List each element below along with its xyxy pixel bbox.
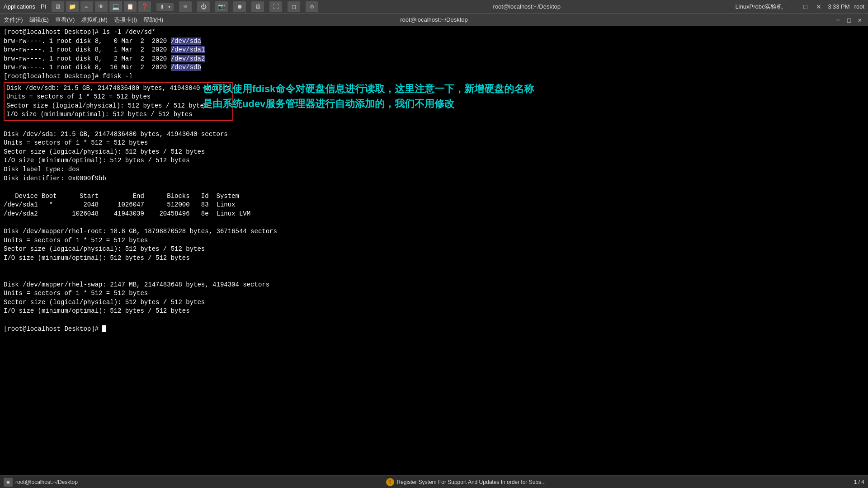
terminal-title-bar: 文件(F) 编辑(E) 查看(V) 虚拟机(M) 选项卡(I) 帮助(H) ro… <box>0 14 868 26</box>
line-rhel-swap-sector: Sector size (logical/physical): 512 byte… <box>4 298 864 307</box>
line-rhel-root-disk: Disk /dev/mapper/rhel-root: 18.8 GB, 187… <box>4 227 864 236</box>
top-bar-left: Applications Pl 🖥 📁 ✏ 👁 💻 📋 ❓ ⏸ ▾ ⌨ ⏻ 📷 … <box>4 1 318 12</box>
menu-vm[interactable]: 虚拟机(M) <box>81 16 108 24</box>
toolbar-icons: 🖥 📁 ✏ 👁 💻 📋 ❓ <box>52 1 151 12</box>
line-rhel-swap-units: Units = sectors of 1 * 512 = 512 bytes <box>4 289 864 298</box>
term-minimize-icon[interactable]: ─ <box>834 15 843 24</box>
line-ls-cmd: [root@localhost Desktop]# ls -l /dev/sd* <box>4 28 864 37</box>
line-rhel-swap-disk: Disk /dev/mapper/rhel-swap: 2147 MB, 214… <box>4 281 864 290</box>
terminal-menu: 文件(F) 编辑(E) 查看(V) 虚拟机(M) 选项卡(I) 帮助(H) <box>4 16 163 24</box>
blank6 <box>4 316 864 325</box>
line-sdb-sector: Sector size (logical/physical): 512 byte… <box>6 102 231 111</box>
blank4 <box>4 263 864 272</box>
fullscreen-icon[interactable]: ⛶ <box>269 1 282 12</box>
vm-icon[interactable]: 🖥 <box>52 1 64 12</box>
line-sda-label: Disk label type: dos <box>4 165 864 174</box>
line-rhel-swap-io: I/O size (minimum/optimal): 512 bytes / … <box>4 307 864 316</box>
line-sda-sector: Sector size (logical/physical): 512 byte… <box>4 148 864 157</box>
pause-button[interactable]: ⏸ ▾ <box>156 3 174 11</box>
applications-menu[interactable]: Applications <box>4 3 35 10</box>
vm-menu-icon[interactable]: 💻 <box>109 1 122 12</box>
line-sda-units: Units = sectors of 1 * 512 = 512 bytes <box>4 139 864 148</box>
window-title: root@localhost:~/Desktop <box>493 3 561 10</box>
line-sda-io: I/O size (minimum/optimal): 512 bytes / … <box>4 156 864 165</box>
terminal-title-text: root@localhost:~/Desktop <box>400 16 467 23</box>
page-info: 1 / 4 <box>854 479 864 485</box>
power-icon[interactable]: ⏻ <box>197 1 210 12</box>
edit-icon[interactable]: ✏ <box>80 1 93 12</box>
time-display: 3:33 PM <box>828 3 849 10</box>
view-icon[interactable]: 👁 <box>95 1 108 12</box>
blank5 <box>4 272 864 281</box>
top-bar-right: LinuxProbe实验机 ─ □ ✕ 3:33 PM root <box>735 2 864 11</box>
tab-icon[interactable]: 📋 <box>124 1 137 12</box>
file-icon[interactable]: 📁 <box>66 1 79 12</box>
blank1 <box>4 121 864 130</box>
line-rhel-root-units: Units = sectors of 1 * 512 = 512 bytes <box>4 236 864 245</box>
top-bar-center: root@localhost:~/Desktop <box>493 3 561 10</box>
record-icon[interactable]: ⏺ <box>233 1 246 12</box>
help-icon[interactable]: ❓ <box>138 1 151 12</box>
blank3 <box>4 218 864 227</box>
menu-help[interactable]: 帮助(H) <box>143 16 163 24</box>
term-maximize-icon[interactable]: □ <box>844 15 854 24</box>
menu-file[interactable]: 文件(F) <box>4 16 23 24</box>
line-sdb-disk: Disk /dev/sdb: 21.5 GB, 21474836480 byte… <box>6 84 231 93</box>
term-close-icon[interactable]: ✕ <box>855 15 864 24</box>
blank2 <box>4 183 864 192</box>
close-icon[interactable]: ✕ <box>814 2 823 11</box>
line-sdb-io: I/O size (minimum/optimal): 512 bytes / … <box>6 110 231 119</box>
terminal-window: 文件(F) 编辑(E) 查看(V) 虚拟机(M) 选项卡(I) 帮助(H) ro… <box>0 14 868 488</box>
line-sda: brw-rw----. 1 root disk 8, 0 Mar 2 2020 … <box>4 37 864 46</box>
annotation-line2: 是由系统udev服务管理器进行自动添加的，我们不用修改 <box>203 96 609 111</box>
menu-edit[interactable]: 编辑(E) <box>29 16 49 24</box>
line-sda1: brw-rw----. 1 root disk 8, 1 Mar 2 2020 … <box>4 46 864 55</box>
line-sda-disk: Disk /dev/sda: 21.5 GB, 21474836480 byte… <box>4 130 864 139</box>
line-sda2: brw-rw----. 1 root disk 8, 2 Mar 2 2020 … <box>4 55 864 64</box>
window-controls: ─ □ ✕ <box>834 15 864 24</box>
final-prompt: [root@localhost Desktop]# <box>4 325 864 334</box>
line-sdb: brw-rw----. 1 root disk 8, 16 Mar 2 2020… <box>4 63 864 72</box>
terminal-taskbar-icon[interactable]: ▣ <box>4 478 13 487</box>
settings-icon[interactable]: ⚙ <box>306 1 318 12</box>
annotation-box: 也可以使用fdisk命令对硬盘信息进行读取，这里注意一下，新增硬盘的名称 是由系… <box>203 81 609 111</box>
display-icon[interactable]: 🖥 <box>251 1 264 12</box>
bottom-center: ! Register System For Support And Update… <box>386 478 546 486</box>
bottom-right: 1 / 4 <box>854 479 864 485</box>
line-sda-id: Disk identifier: 0x0000f9bb <box>4 174 864 183</box>
menu-view[interactable]: 查看(V) <box>55 16 75 24</box>
places-menu[interactable]: Pl <box>41 3 46 10</box>
restore-icon[interactable]: □ <box>801 2 810 11</box>
taskbar-app-label[interactable]: root@localhost:~/Desktop <box>15 479 78 485</box>
minimize-icon[interactable]: ─ <box>787 2 796 11</box>
bottom-status-bar: ▣ root@localhost:~/Desktop ! Register Sy… <box>0 475 868 488</box>
unity-icon[interactable]: □ <box>288 1 300 12</box>
terminal-content[interactable]: [root@localhost Desktop]# ls -l /dev/sd*… <box>0 26 868 488</box>
send-ctrl-alt-del-icon[interactable]: ⌨ <box>179 1 192 12</box>
line-sdb-units: Units = sectors of 1 * 512 = 512 bytes <box>6 93 231 102</box>
line-fdisk-cmd: [root@localhost Desktop]# fdisk -l <box>4 72 864 81</box>
notification-text[interactable]: Register System For Support And Updates … <box>397 479 546 485</box>
menu-tabs[interactable]: 选项卡(I) <box>114 16 137 24</box>
line-rhel-root-sector: Sector size (logical/physical): 512 byte… <box>4 245 864 254</box>
partition-sda2: /dev/sda2 1026048 41943039 20458496 8e L… <box>4 210 864 219</box>
notification-icon[interactable]: ! <box>386 478 394 486</box>
partition-header: Device Boot Start End Blocks Id System <box>4 192 864 201</box>
experiment-label: LinuxProbe实验机 <box>735 3 783 11</box>
user-display: root <box>854 3 864 10</box>
partition-sda1: /dev/sda1 * 2048 1026047 512000 83 Linux <box>4 201 864 210</box>
line-rhel-root-io: I/O size (minimum/optimal): 512 bytes / … <box>4 254 864 263</box>
annotation-line1: 也可以使用fdisk命令对硬盘信息进行读取，这里注意一下，新增硬盘的名称 <box>203 81 609 96</box>
snapshot-icon[interactable]: 📷 <box>215 1 228 12</box>
bottom-left: ▣ root@localhost:~/Desktop <box>4 478 78 487</box>
system-top-bar: Applications Pl 🖥 📁 ✏ 👁 💻 📋 ❓ ⏸ ▾ ⌨ ⏻ 📷 … <box>0 0 868 14</box>
